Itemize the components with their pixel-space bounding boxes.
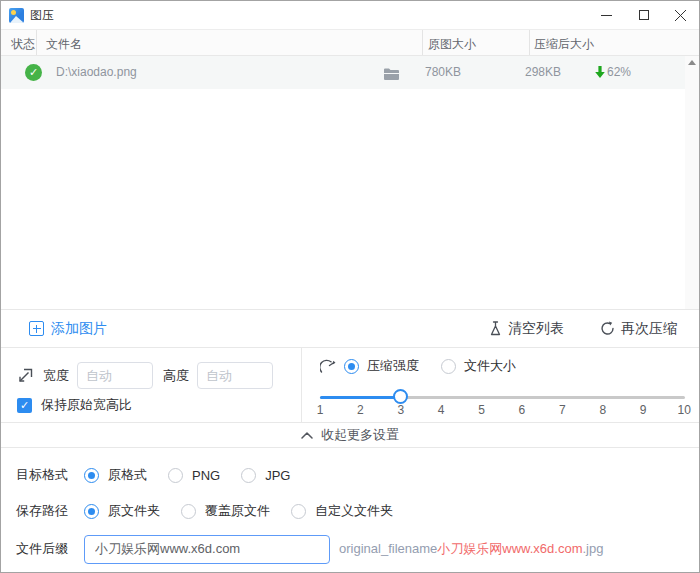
clear-list-button[interactable]: 清空列表 xyxy=(489,320,564,338)
tick-label: 1 xyxy=(314,403,326,417)
file-suffix-input[interactable] xyxy=(84,535,330,564)
table-header: 状态 文件名 原图大小 压缩后大小 xyxy=(1,29,699,56)
keep-ratio-checkbox[interactable]: ✓ xyxy=(17,398,32,413)
tick-label: 5 xyxy=(476,403,488,417)
minimize-button[interactable] xyxy=(588,1,625,29)
compression-mode-row: 压缩强度 文件大小 xyxy=(320,357,530,375)
original-size-value: 780KB xyxy=(425,65,461,79)
close-icon xyxy=(675,10,686,21)
compression-panel: 压缩强度 文件大小 1 2 3 4 5 6 7 8 9 10 xyxy=(301,348,699,422)
path-original-folder-radio[interactable] xyxy=(84,504,99,519)
tick-label: 2 xyxy=(354,403,366,417)
collapse-settings-button[interactable]: 收起更多设置 xyxy=(1,422,699,448)
path-custom-folder-radio[interactable] xyxy=(291,504,306,519)
preview-prefix: original_filename xyxy=(339,541,437,556)
open-folder-icon[interactable] xyxy=(384,66,399,84)
maximize-icon xyxy=(639,10,649,20)
target-format-options: 原格式 PNG JPG xyxy=(84,466,311,484)
titlebar: 图压 xyxy=(1,1,699,29)
window-controls xyxy=(588,1,699,29)
refresh-icon xyxy=(600,321,615,336)
file-list: ✓ D:\xiaodao.png 780KB 298KB 62% xyxy=(1,56,699,309)
advanced-options: 目标格式 原格式 PNG JPG 保存路径 原文件夹 覆盖原文件 自定义文件夹 xyxy=(1,448,699,569)
tick-label: 6 xyxy=(516,403,528,417)
path-overwrite-radio[interactable] xyxy=(181,504,196,519)
tick-label: 10 xyxy=(678,403,691,417)
format-jpg-label: JPG xyxy=(265,468,290,483)
tick-label: 7 xyxy=(556,403,568,417)
target-format-label: 目标格式 xyxy=(16,466,68,484)
dimension-row: 宽度 高度 xyxy=(17,362,273,389)
slider-ticks: 1 2 3 4 5 6 7 8 9 10 xyxy=(314,403,691,417)
table-row[interactable]: ✓ D:\xiaodao.png 780KB 298KB 62% xyxy=(1,56,699,89)
tick-label: 8 xyxy=(597,403,609,417)
scroll-up-arrow-icon[interactable] xyxy=(688,60,696,65)
file-suffix-row: 文件后缀 original_filename小刀娱乐网www.x6d.com.j… xyxy=(1,529,699,569)
app-logo-icon xyxy=(9,8,24,23)
arrow-down-icon xyxy=(595,66,605,78)
maximize-button[interactable] xyxy=(625,1,662,29)
resize-panel: 宽度 高度 ✓ 保持原始宽高比 xyxy=(1,348,301,422)
format-png-radio[interactable] xyxy=(168,468,183,483)
preview-extension: .jpg xyxy=(582,541,603,556)
column-divider xyxy=(36,30,37,55)
filesize-radio[interactable] xyxy=(441,359,456,374)
column-divider xyxy=(422,30,423,55)
column-divider xyxy=(529,30,530,55)
add-images-label: 添加图片 xyxy=(51,320,107,338)
minimize-icon xyxy=(601,10,612,21)
settings-panel: 宽度 高度 ✓ 保持原始宽高比 压缩强度 文件大小 xyxy=(1,347,699,422)
height-input[interactable] xyxy=(197,362,273,389)
column-header-original-size: 原图大小 xyxy=(428,36,476,53)
column-header-filename: 文件名 xyxy=(46,36,82,53)
height-label: 高度 xyxy=(163,367,189,385)
scrollbar[interactable] xyxy=(685,56,699,309)
path-custom-folder-label: 自定义文件夹 xyxy=(315,502,393,520)
column-header-compressed-size: 压缩后大小 xyxy=(534,36,594,53)
chevron-up-icon xyxy=(301,432,313,439)
close-button[interactable] xyxy=(662,1,699,29)
width-input[interactable] xyxy=(77,362,153,389)
target-format-row: 目标格式 原格式 PNG JPG xyxy=(1,457,699,493)
success-check-icon: ✓ xyxy=(25,64,42,81)
gauge-icon xyxy=(320,359,336,374)
window-title: 图压 xyxy=(30,7,54,24)
filesize-label: 文件大小 xyxy=(464,357,516,375)
format-original-radio[interactable] xyxy=(84,468,99,483)
tick-label: 4 xyxy=(435,403,447,417)
keep-ratio-label: 保持原始宽高比 xyxy=(41,396,132,414)
reduction-badge: 62% xyxy=(595,65,631,79)
clear-flask-icon xyxy=(489,321,502,336)
strength-radio[interactable] xyxy=(344,359,359,374)
compress-again-button[interactable]: 再次压缩 xyxy=(600,320,677,338)
add-plus-icon xyxy=(29,321,44,336)
compressed-size-value: 298KB xyxy=(525,65,561,79)
format-png-label: PNG xyxy=(192,468,220,483)
format-original-label: 原格式 xyxy=(108,466,147,484)
format-jpg-radio[interactable] xyxy=(241,468,256,483)
file-suffix-label: 文件后缀 xyxy=(16,540,68,558)
tick-label: 9 xyxy=(637,403,649,417)
column-header-status: 状态 xyxy=(11,36,35,53)
slider-thumb[interactable] xyxy=(393,389,408,404)
clear-list-label: 清空列表 xyxy=(508,320,564,338)
save-path-row: 保存路径 原文件夹 覆盖原文件 自定义文件夹 xyxy=(1,493,699,529)
reduction-percent: 62% xyxy=(607,65,631,79)
resize-icon xyxy=(17,368,33,384)
file-name: D:\xiaodao.png xyxy=(56,65,137,79)
path-original-folder-label: 原文件夹 xyxy=(108,502,160,520)
slider-fill xyxy=(320,396,401,400)
tick-label: 3 xyxy=(395,403,407,417)
keep-ratio-row: ✓ 保持原始宽高比 xyxy=(17,396,132,414)
filename-preview: original_filename小刀娱乐网www.x6d.com.jpg xyxy=(339,540,603,558)
preview-suffix-highlight: 小刀娱乐网www.x6d.com xyxy=(437,541,582,556)
compress-again-label: 再次压缩 xyxy=(621,320,677,338)
add-images-button[interactable]: 添加图片 xyxy=(29,320,107,338)
collapse-settings-label: 收起更多设置 xyxy=(321,426,399,444)
path-overwrite-label: 覆盖原文件 xyxy=(205,502,270,520)
action-toolbar: 添加图片 清空列表 再次压缩 xyxy=(1,309,699,347)
save-path-label: 保存路径 xyxy=(16,502,68,520)
width-label: 宽度 xyxy=(43,367,69,385)
strength-label: 压缩强度 xyxy=(367,357,419,375)
toolbar-right: 清空列表 再次压缩 xyxy=(489,320,677,338)
